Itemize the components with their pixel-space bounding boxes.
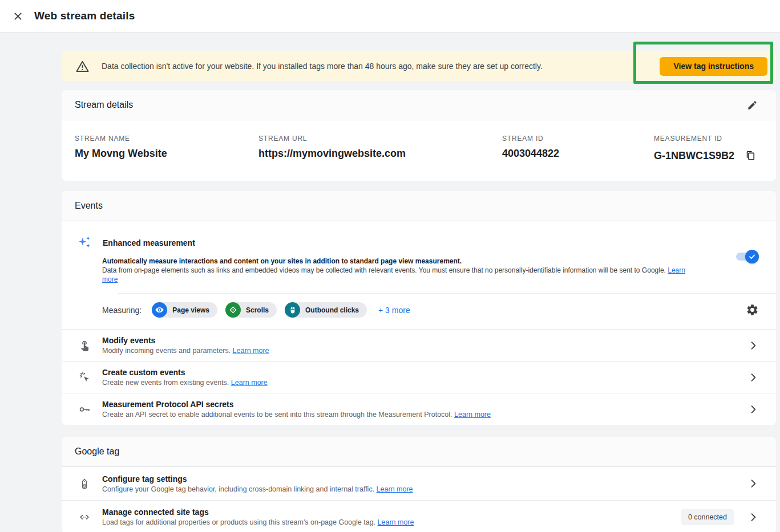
modify-events-row[interactable]: Modify events Modify incoming events and…	[62, 329, 776, 361]
events-header: Events	[62, 191, 776, 221]
measuring-row: Measuring: Page views	[62, 294, 776, 329]
page-title: Web stream details	[34, 10, 135, 22]
field-stream-url: STREAM URL https://mymovingwebsite.com	[258, 135, 502, 164]
events-title: Events	[75, 201, 103, 211]
manage-connected-site-tags-row[interactable]: Manage connected site tags Load tags for…	[62, 500, 776, 532]
row-desc-text: Create new events from existing events.	[102, 379, 229, 387]
learn-more-link[interactable]: Learn more	[378, 518, 414, 526]
mouse-icon	[285, 302, 300, 318]
chip-outbound-clicks: Outbound clicks	[285, 302, 367, 318]
google-tag-icon: g	[77, 477, 92, 490]
learn-more-link[interactable]: Learn more	[231, 379, 268, 387]
google-tag-title: Google tag	[75, 446, 119, 457]
warning-text: Data collection isn't active for your we…	[102, 62, 660, 71]
field-measurement-id: MEASUREMENT ID G-1NBWC1S9B2	[654, 135, 763, 164]
row-desc-text: Modify incoming events and parameters.	[102, 347, 231, 355]
row-desc-text: Configure your Google tag behavior, incl…	[102, 485, 374, 493]
field-stream-id: STREAM ID 4003044822	[502, 135, 654, 164]
field-stream-name: STREAM NAME My Movng Website	[75, 135, 258, 164]
create-custom-events-row[interactable]: Create custom events Create new events f…	[62, 361, 776, 393]
enhanced-desc-text: Data from on-page elements such as links…	[102, 266, 666, 274]
row-title: Measurement Protocol API secrets	[102, 399, 747, 409]
learn-more-link[interactable]: Learn more	[233, 347, 269, 355]
chevron-right-icon[interactable]	[747, 511, 759, 523]
field-value: My Movng Website	[75, 148, 258, 160]
google-tag-card: Google tag g Configure tag settings Conf…	[62, 437, 776, 532]
google-tag-header: Google tag	[62, 437, 776, 467]
row-title: Create custom events	[102, 367, 747, 377]
top-header: Web stream details	[0, 0, 780, 33]
main-content: Data collection isn't active for your we…	[0, 51, 780, 532]
stream-details-header: Stream details	[62, 90, 776, 120]
key-icon	[77, 403, 92, 416]
row-description: Load tags for additional properties or p…	[102, 518, 681, 527]
row-desc-text: Load tags for additional properties or p…	[102, 518, 375, 526]
row-description: Modify incoming events and parameters. L…	[102, 346, 747, 355]
more-chips-link[interactable]: + 3 more	[378, 306, 410, 315]
enhanced-desc-bold: Automatically measure interactions and c…	[102, 257, 696, 266]
field-value: 4003044822	[502, 148, 654, 160]
warning-triangle-icon	[76, 60, 89, 72]
configure-tag-settings-row[interactable]: g Configure tag settings Configure your …	[62, 467, 776, 500]
edit-stream-button[interactable]	[745, 98, 760, 113]
sparkle-icon	[77, 235, 92, 250]
enhanced-measurement-toggle[interactable]	[736, 250, 759, 263]
chip-label: Outbound clicks	[305, 306, 359, 314]
touch-icon	[77, 339, 92, 351]
chip-scrolls: Scrolls	[225, 302, 277, 318]
events-card: Events Enhanced measurement Automaticall…	[62, 191, 776, 425]
pencil-icon	[747, 100, 758, 111]
close-button[interactable]	[8, 6, 27, 26]
cursor-click-icon	[77, 371, 92, 383]
code-brackets-icon	[77, 511, 92, 523]
close-icon	[13, 11, 23, 22]
svg-text:g: g	[83, 482, 86, 488]
row-title: Configure tag settings	[102, 474, 747, 484]
enhanced-measurement-description: Automatically measure interactions and c…	[102, 257, 696, 284]
copy-measurement-id-button[interactable]	[742, 148, 758, 164]
field-value: G-1NBWC1S9B2	[654, 150, 734, 162]
row-description: Create an API secret to enable additiona…	[102, 410, 747, 419]
chip-label: Scrolls	[246, 306, 269, 314]
chevron-right-icon[interactable]	[747, 340, 759, 351]
row-description: Configure your Google tag behavior, incl…	[102, 485, 747, 494]
chip-page-views: Page views	[152, 302, 217, 318]
chevron-right-icon[interactable]	[747, 372, 759, 383]
stream-fields: STREAM NAME My Movng Website STREAM URL …	[62, 120, 776, 181]
row-description: Create new events from existing events. …	[102, 378, 747, 387]
measuring-label: Measuring:	[102, 306, 142, 315]
eye-icon	[152, 302, 167, 318]
enhanced-settings-button[interactable]	[745, 302, 760, 318]
connected-count-badge: 0 connected	[681, 509, 734, 525]
field-label: MEASUREMENT ID	[654, 135, 763, 143]
row-desc-text: Create an API secret to enable additiona…	[102, 411, 452, 419]
row-title: Modify events	[102, 335, 747, 346]
stream-details-title: Stream details	[75, 100, 133, 110]
field-value: https://mymovingwebsite.com	[258, 148, 502, 160]
scroll-diamond-icon	[225, 302, 241, 318]
measurement-protocol-api-secrets-row[interactable]: Measurement Protocol API secrets Create …	[62, 393, 776, 425]
chevron-right-icon[interactable]	[747, 404, 759, 415]
gear-icon	[746, 303, 759, 316]
field-label: STREAM NAME	[75, 135, 258, 143]
field-label: STREAM URL	[258, 135, 502, 143]
enhanced-measurement-title: Enhanced measurement	[103, 238, 195, 247]
chip-label: Page views	[172, 306, 209, 314]
stream-details-card: Stream details STREAM NAME My Movng Webs…	[62, 90, 776, 181]
row-title: Manage connected site tags	[102, 507, 681, 517]
learn-more-link[interactable]: Learn more	[377, 485, 413, 493]
warning-banner: Data collection isn't active for your we…	[62, 51, 776, 81]
toggle-thumb-check-icon	[745, 250, 759, 263]
learn-more-link[interactable]: Learn more	[454, 411, 491, 419]
enhanced-measurement-section: Enhanced measurement Automatically measu…	[62, 221, 776, 329]
field-label: STREAM ID	[502, 135, 654, 143]
chevron-right-icon[interactable]	[747, 478, 759, 489]
copy-icon	[745, 150, 756, 161]
view-tag-instructions-button[interactable]: View tag instructions	[660, 57, 767, 76]
